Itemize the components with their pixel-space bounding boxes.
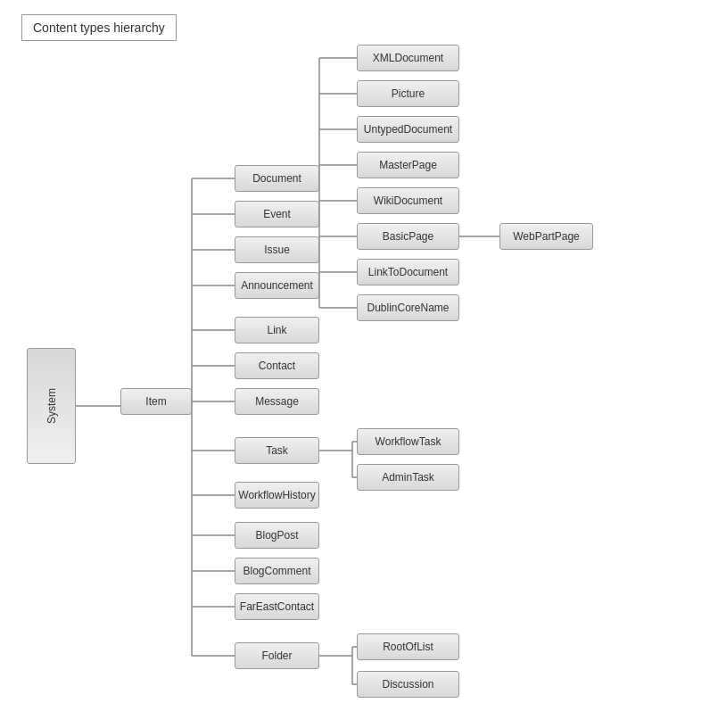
node-xmldocument: XMLDocument <box>357 45 459 71</box>
node-folder: Folder <box>235 642 319 669</box>
node-webpartpage: WebPartPage <box>499 223 593 250</box>
node-basicpage: BasicPage <box>357 223 459 250</box>
node-linktodocument: LinkToDocument <box>357 259 459 285</box>
node-untypeddocument: UntypedDocument <box>357 116 459 143</box>
node-task: Task <box>235 437 319 464</box>
node-picture: Picture <box>357 80 459 107</box>
node-event: Event <box>235 201 319 228</box>
node-message: Message <box>235 388 319 415</box>
node-document: Document <box>235 165 319 192</box>
page-title: Content types hierarchy <box>21 14 177 41</box>
node-blogpost: BlogPost <box>235 522 319 549</box>
node-workflowhistory: WorkflowHistory <box>235 482 319 509</box>
node-announcement: Announcement <box>235 272 319 299</box>
node-fareastcontact: FarEastContact <box>235 593 319 620</box>
hierarchy-lines <box>0 0 718 728</box>
node-issue: Issue <box>235 236 319 263</box>
node-rootoflist: RootOfList <box>357 633 459 660</box>
node-masterpage: MasterPage <box>357 152 459 178</box>
node-discussion: Discussion <box>357 671 459 698</box>
node-item: Item <box>120 388 192 415</box>
node-contact: Contact <box>235 352 319 379</box>
node-link: Link <box>235 317 319 343</box>
node-system: System <box>27 348 76 464</box>
node-admintask: AdminTask <box>357 464 459 491</box>
node-wikidocument: WikiDocument <box>357 187 459 214</box>
node-workflowtask: WorkflowTask <box>357 428 459 455</box>
node-blogcomment: BlogComment <box>235 558 319 584</box>
node-dublinCorename: DublinCoreName <box>357 294 459 321</box>
